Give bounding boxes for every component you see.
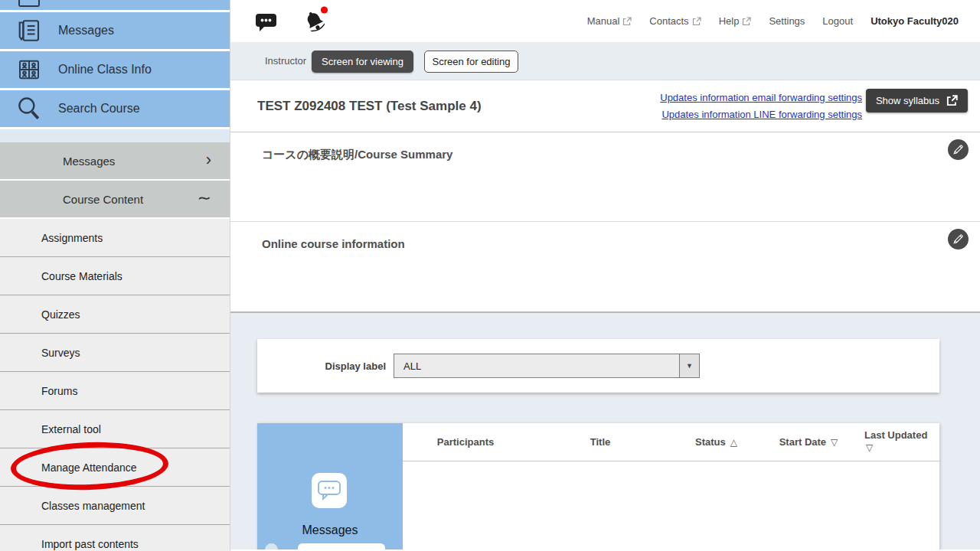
column-header-participants[interactable]: Participants: [403, 423, 533, 461]
column-header-title[interactable]: Title: [533, 423, 672, 461]
chevron-right-icon: ›: [206, 150, 211, 170]
show-syllabus-label: Show syllabus: [876, 95, 939, 106]
contacts-link[interactable]: Contacts: [649, 15, 701, 27]
chat-bubble-icon: [312, 473, 347, 508]
column-header-last-updated[interactable]: Last Updated ▽: [857, 423, 939, 461]
display-label-select[interactable]: ALL ▼: [394, 354, 700, 378]
column-header-status[interactable]: Status △: [672, 423, 760, 461]
help-link[interactable]: Help: [719, 15, 752, 27]
external-link-icon: [622, 17, 632, 26]
select-arrow-icon[interactable]: ▼: [679, 354, 699, 377]
messages-region: Display label ALL ▼: [230, 311, 980, 549]
screen-for-editing-button[interactable]: Screen for editing: [424, 51, 518, 73]
user-name: Utokyo Faculty020: [871, 15, 959, 27]
sidebar-item-online-class-info[interactable]: Online Class Info: [0, 51, 230, 88]
messages-table-panel: Messages Participants Title Status: [257, 423, 939, 549]
contacts-link-label: Contacts: [649, 15, 688, 27]
main-area: Manual Contacts Help S: [230, 0, 980, 551]
notepad-icon: [0, 17, 58, 44]
online-course-info-title: Online course information: [262, 237, 405, 250]
course-summary-title: コースの概要説明/Course Summary: [262, 148, 452, 162]
screen-for-viewing-button[interactable]: Screen for viewing: [312, 51, 413, 73]
help-link-label: Help: [719, 15, 740, 27]
partial-button[interactable]: [298, 543, 385, 549]
sort-desc-icon[interactable]: ▽: [831, 437, 838, 448]
sidebar-item-label: Online Class Info: [58, 63, 152, 77]
search-icon: [0, 94, 58, 123]
sidebar-group-label: Course Content: [63, 193, 143, 206]
line-forwarding-settings-link[interactable]: Updates information LINE forwarding sett…: [660, 106, 862, 123]
course-title: TEST Z092408 TEST (Test Sample 4): [257, 99, 482, 114]
display-label-value: ALL: [394, 360, 421, 372]
sidebar-item-quizzes[interactable]: Quizzes: [0, 295, 230, 334]
edit-online-course-info-button[interactable]: [948, 229, 969, 249]
sidebar-item-label: Search Course: [58, 102, 140, 116]
sidebar-item-search-course[interactable]: Search Course: [0, 90, 230, 127]
column-label: Start Date: [779, 436, 826, 448]
messages-side-tab-label: Messages: [257, 523, 403, 537]
sidebar-item-label: Messages: [58, 24, 114, 37]
sort-asc-icon[interactable]: △: [730, 437, 737, 448]
topbar: Manual Contacts Help S: [230, 0, 980, 42]
email-forwarding-settings-link[interactable]: Updates information email forwarding set…: [660, 90, 862, 106]
column-label: Participants: [437, 436, 494, 448]
manual-link[interactable]: Manual: [587, 15, 632, 27]
column-header-start-date[interactable]: Start Date ▽: [760, 423, 857, 461]
external-link-icon: [946, 95, 958, 106]
manual-link-label: Manual: [587, 15, 620, 27]
display-label-panel: Display label ALL ▼: [257, 339, 939, 393]
course-header: TEST Z092408 TEST (Test Sample 4) Update…: [230, 80, 980, 132]
sidebar-group-course-content[interactable]: Course Content ∼: [0, 181, 230, 217]
sidebar-item-assignments[interactable]: Assignments: [0, 219, 230, 257]
role-label: Instructor: [265, 42, 306, 80]
settings-link[interactable]: Settings: [769, 15, 805, 27]
edit-course-summary-button[interactable]: [948, 139, 969, 160]
column-label: Status: [695, 436, 726, 448]
sidebar-item-classes-management[interactable]: Classes management: [0, 487, 230, 525]
show-syllabus-button[interactable]: Show syllabus: [866, 89, 968, 112]
sidebar-item-surveys[interactable]: Surveys: [0, 334, 230, 372]
online-course-info-section: Online course information: [230, 221, 980, 311]
table-header-row: Participants Title Status △ Start Date ▽: [403, 423, 939, 461]
forwarding-links: Updates information email forwarding set…: [660, 90, 862, 123]
logout-link[interactable]: Logout: [822, 15, 853, 27]
view-mode-strip: Instructor Screen for viewing Screen for…: [230, 42, 980, 80]
chevron-down-icon: ∼: [198, 188, 211, 208]
external-link-icon: [742, 17, 751, 26]
sidebar-item-course-materials[interactable]: Course Materials: [0, 257, 230, 295]
sidebar: Messages Online Class Info: [0, 0, 230, 551]
sidebar-item-import-past-contents[interactable]: Import past contents: [0, 525, 230, 551]
partial-status-dot: [265, 543, 278, 549]
messages-notification-icon[interactable]: [255, 12, 278, 36]
partial-icon: [18, 0, 40, 7]
topbar-links: Manual Contacts Help S: [587, 0, 959, 42]
grid-people-icon: [0, 56, 58, 83]
sort-desc-icon[interactable]: ▽: [866, 442, 939, 455]
sidebar-item-partial-top[interactable]: [0, 0, 230, 10]
sidebar-item-forums[interactable]: Forums: [0, 372, 230, 410]
sidebar-group-messages[interactable]: Messages ›: [0, 142, 230, 179]
sidebar-group-label: Messages: [63, 155, 115, 168]
sidebar-item-messages[interactable]: Messages: [0, 12, 230, 49]
course-summary-section: コースの概要説明/Course Summary: [230, 132, 980, 221]
lms-page: Messages Online Class Info: [0, 0, 980, 551]
column-label: Title: [590, 436, 611, 448]
column-label: Last Updated: [864, 429, 927, 441]
bell-notification-icon[interactable]: [301, 5, 332, 41]
display-label-caption: Display label: [288, 339, 386, 393]
messages-side-tab[interactable]: Messages: [257, 423, 403, 549]
external-link-icon: [692, 17, 701, 26]
sidebar-gap: [0, 129, 230, 142]
